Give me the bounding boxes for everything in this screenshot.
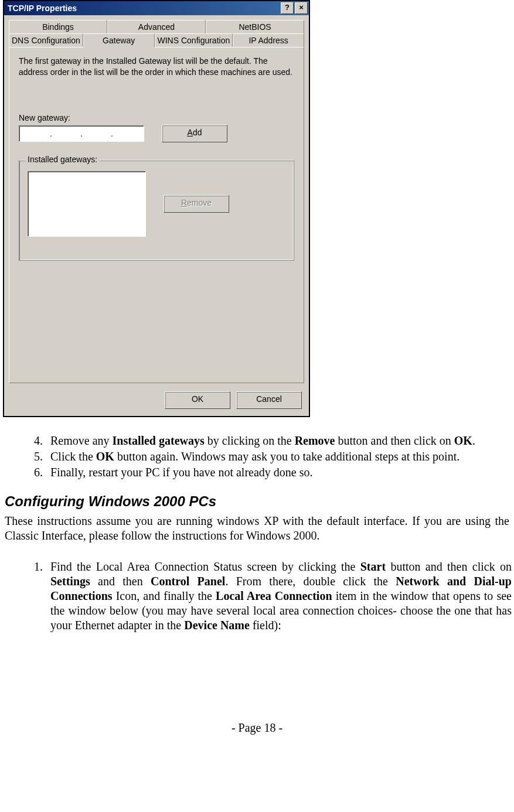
installed-gateways-label: Installed gateways: xyxy=(25,155,100,164)
instruction-list-a: Remove any Installed gateways by clickin… xyxy=(2,434,512,480)
list-item: Remove any Installed gateways by clickin… xyxy=(46,434,512,448)
section-heading: Configuring Windows 2000 PCs xyxy=(5,493,512,510)
close-button[interactable]: × xyxy=(295,2,308,14)
tab-ip-address[interactable]: IP Address xyxy=(233,33,304,47)
new-gateway-label: New gateway: xyxy=(19,113,294,122)
remove-button[interactable]: Remove xyxy=(164,195,229,213)
tab-gateway[interactable]: Gateway xyxy=(83,33,155,47)
installed-gateways-list[interactable] xyxy=(28,171,146,237)
list-item: Finally, restart your PC if you have not… xyxy=(46,465,512,480)
tcpip-properties-dialog: TCP/IP Properties ? × Bindings Advanced … xyxy=(3,0,310,417)
window-title: TCP/IP Properties xyxy=(8,4,281,13)
cancel-button[interactable]: Cancel xyxy=(236,391,302,409)
gateway-description: The first gateway in the Installed Gatew… xyxy=(19,56,294,78)
tab-dns-configuration[interactable]: DNS Configuration xyxy=(9,33,83,47)
tab-netbios[interactable]: NetBIOS xyxy=(206,20,304,33)
section-intro: These instructions assume you are runnin… xyxy=(5,514,509,543)
instruction-list-b: Find the Local Area Connection Status sc… xyxy=(2,559,512,633)
titlebar: TCP/IP Properties ? × xyxy=(4,1,309,15)
tab-bindings[interactable]: Bindings xyxy=(9,20,107,33)
installed-gateways-group: Installed gateways: Remove xyxy=(19,160,294,261)
list-item: Click the OK button again. Windows may a… xyxy=(46,449,512,464)
gateway-panel: The first gateway in the Installed Gatew… xyxy=(9,47,304,383)
help-button[interactable]: ? xyxy=(281,2,294,14)
ok-button[interactable]: OK xyxy=(165,391,230,409)
add-button[interactable]: Add xyxy=(162,125,227,142)
tab-advanced[interactable]: Advanced xyxy=(107,20,206,33)
list-item: Find the Local Area Connection Status sc… xyxy=(46,559,512,633)
new-gateway-input[interactable]: . . . xyxy=(19,125,144,142)
tab-wins-configuration[interactable]: WINS Configuration xyxy=(155,33,233,47)
page-footer: - Page 18 - xyxy=(2,721,512,735)
